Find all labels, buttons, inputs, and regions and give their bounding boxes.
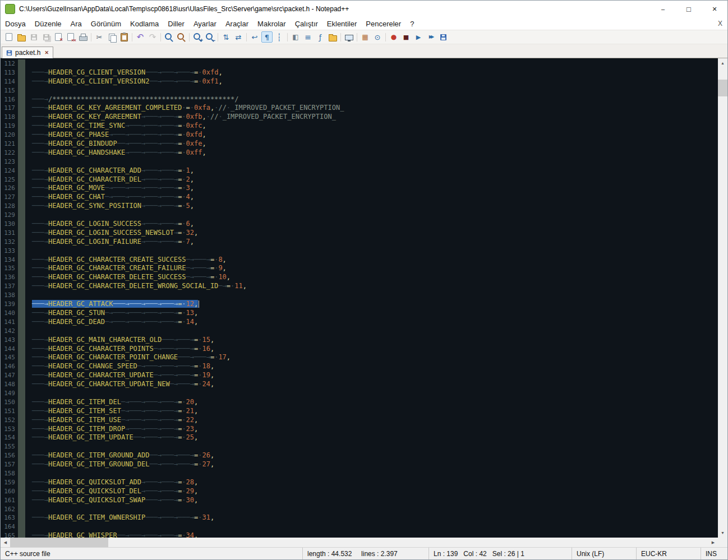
code-line-159[interactable]: 159───→HEADER_GC_QUICKSLOT_ADD→───→───→=… xyxy=(1,478,718,487)
line-number[interactable]: 144 xyxy=(1,345,18,354)
code-line-162[interactable]: 162 xyxy=(1,505,718,514)
fold-margin[interactable] xyxy=(18,229,25,238)
line-number[interactable]: 117 xyxy=(1,104,18,113)
code-text[interactable]: ───→HEADER_GC_LOGIN_SUCCESS_NEWSLOT→=·32… xyxy=(32,229,718,238)
fold-margin[interactable] xyxy=(18,220,25,229)
fold-margin[interactable] xyxy=(18,451,25,460)
code-text[interactable]: ───→HEADER_GC_CHAT─→───→───→───→───→=·4, xyxy=(32,193,718,202)
line-number[interactable]: 131 xyxy=(1,229,18,238)
code-text[interactable]: ───→HEADER_GC_ITEM_OWNERSHIP───→───→───→… xyxy=(32,513,718,522)
code-line-156[interactable]: 156───→HEADER_GC_ITEM_GROUND_ADD──→───→─… xyxy=(1,451,718,460)
code-text[interactable] xyxy=(32,291,718,300)
code-line-143[interactable]: 143───→HEADER_GC_MAIN_CHARACTER_OLD───→─… xyxy=(1,336,718,345)
fold-margin[interactable] xyxy=(18,202,25,211)
fold-margin[interactable] xyxy=(18,59,25,68)
close-all-button[interactable] xyxy=(65,31,76,43)
line-number[interactable]: 127 xyxy=(1,193,18,202)
fold-margin[interactable] xyxy=(18,131,25,140)
code-text[interactable] xyxy=(32,469,718,478)
line-number[interactable]: 162 xyxy=(1,505,18,514)
close-file-button[interactable] xyxy=(53,31,64,43)
tab-packet-h[interactable]: packet.h ✕ xyxy=(2,47,53,58)
line-number[interactable]: 140 xyxy=(1,309,18,318)
code-text[interactable]: ───→HEADER_CG_CLIENT_VERSION───→───→───→… xyxy=(32,68,718,77)
code-line-133[interactable]: 133 xyxy=(1,247,718,256)
code-line-135[interactable]: 135───→HEADER_GC_CHARACTER_CREATE_FAILUR… xyxy=(1,264,718,273)
undo-button[interactable]: ↶ xyxy=(135,31,146,43)
line-number[interactable]: 161 xyxy=(1,496,18,505)
fold-margin[interactable] xyxy=(18,362,25,371)
menubar-close-button[interactable]: X xyxy=(713,20,727,27)
code-text[interactable]: ───→HEADER_GC_CHARACTER_CREATE_SUCCESS─→… xyxy=(32,256,718,265)
line-number[interactable]: 139 xyxy=(1,300,18,309)
fold-margin[interactable] xyxy=(18,211,25,220)
line-number[interactable]: 142 xyxy=(1,327,18,336)
code-text[interactable] xyxy=(32,247,718,256)
code-line-140[interactable]: 140───→HEADER_GC_STUN─→───→───→───→───→=… xyxy=(1,309,718,318)
line-number[interactable]: 158 xyxy=(1,469,18,478)
code-text[interactable]: ───→HEADER_GC_ATTACK───→───→───→───→=·12… xyxy=(32,300,718,309)
fold-margin[interactable] xyxy=(18,149,25,158)
line-number[interactable]: 118 xyxy=(1,113,18,122)
code-text[interactable]: ───→/***********************************… xyxy=(32,95,718,104)
playback-macro-button[interactable]: ▶ xyxy=(413,31,424,43)
code-line-129[interactable]: 129 xyxy=(1,211,718,220)
redo-button[interactable]: ↷ xyxy=(147,31,158,43)
code-line-160[interactable]: 160───→HEADER_GC_QUICKSLOT_DEL→───→───→=… xyxy=(1,487,718,496)
line-number[interactable]: 124 xyxy=(1,166,18,175)
fold-margin[interactable] xyxy=(18,460,25,469)
code-line-161[interactable]: 161───→HEADER_GC_QUICKSLOT_SWAP───→───→=… xyxy=(1,496,718,505)
fold-margin[interactable] xyxy=(18,247,25,256)
line-number[interactable]: 113 xyxy=(1,68,18,77)
code-text[interactable]: ───→HEADER_GC_CHARACTER_DELETE_SUCCESS─→… xyxy=(32,273,718,282)
code-text[interactable]: ───→HEADER_GC_LOGIN_SUCCESS→───→───→=·6, xyxy=(32,220,718,229)
fold-margin[interactable] xyxy=(18,433,25,442)
fold-margin[interactable] xyxy=(18,442,25,451)
line-number[interactable]: 160 xyxy=(1,487,18,496)
fold-margin[interactable] xyxy=(18,407,25,416)
code-line-149[interactable]: 149 xyxy=(1,389,718,398)
code-line-163[interactable]: 163───→HEADER_GC_ITEM_OWNERSHIP───→───→─… xyxy=(1,513,718,522)
print-button[interactable] xyxy=(77,31,89,43)
code-line-153[interactable]: 153───→HEADER_GC_ITEM_DROP→───→───→───→=… xyxy=(1,425,718,434)
scroll-up-arrow[interactable]: ▲ xyxy=(718,58,727,68)
line-number[interactable]: 165 xyxy=(1,531,18,538)
fold-margin[interactable] xyxy=(18,68,25,77)
line-number[interactable]: 122 xyxy=(1,149,18,158)
fold-margin[interactable] xyxy=(18,425,25,434)
scroll-down-arrow[interactable]: ▼ xyxy=(718,528,727,538)
function-list-button[interactable]: ƒ xyxy=(315,31,326,43)
line-number[interactable]: 164 xyxy=(1,522,18,531)
sync-vertical-scrolling-button[interactable]: ⇅ xyxy=(220,31,232,43)
code-text[interactable]: ───→HEADER_GC_CHARACTER_DELETE_WRONG_SOC… xyxy=(32,282,718,291)
line-number[interactable]: 154 xyxy=(1,433,18,442)
line-number[interactable]: 150 xyxy=(1,398,18,407)
fold-margin[interactable] xyxy=(18,469,25,478)
fold-margin[interactable] xyxy=(18,291,25,300)
line-number[interactable]: 125 xyxy=(1,175,18,184)
code-line-127[interactable]: 127───→HEADER_GC_CHAT─→───→───→───→───→=… xyxy=(1,193,718,202)
menu-help[interactable]: ? xyxy=(406,18,418,29)
stop-recording-button[interactable]: ■ xyxy=(400,31,412,43)
line-number[interactable]: 147 xyxy=(1,371,18,380)
menu-pencereler[interactable]: Pencereler xyxy=(361,18,406,29)
vertical-scroll-thumb[interactable] xyxy=(718,80,727,96)
code-line-115[interactable]: 115 xyxy=(1,86,718,95)
code-text[interactable]: ───→HEADER_GC_HANDSHAKE→───→───→───→=·0x… xyxy=(32,149,718,158)
record-macro-button[interactable]: ● xyxy=(388,31,399,43)
code-line-122[interactable]: 122───→HEADER_GC_HANDSHAKE→───→───→───→=… xyxy=(1,149,718,158)
code-line-113[interactable]: 113───→HEADER_CG_CLIENT_VERSION───→───→─… xyxy=(1,68,718,77)
fold-margin[interactable] xyxy=(18,336,25,345)
document-list-button[interactable]: ≡ xyxy=(302,31,314,43)
line-number[interactable]: 152 xyxy=(1,416,18,425)
code-line-157[interactable]: 157───→HEADER_GC_ITEM_GROUND_DEL──→───→─… xyxy=(1,460,718,469)
code-line-137[interactable]: 137───→HEADER_GC_CHARACTER_DELETE_WRONG_… xyxy=(1,282,718,291)
code-text[interactable]: ───→HEADER_GC_KEY_AGREEMENT_COMPLETED·=·… xyxy=(32,104,718,113)
code-text[interactable]: ───→HEADER_GC_CHARACTER_ADD→───→───→=·1, xyxy=(32,166,718,175)
menu-eklentiler[interactable]: Eklentiler xyxy=(322,18,361,29)
line-number[interactable]: 143 xyxy=(1,336,18,345)
line-number[interactable]: 155 xyxy=(1,442,18,451)
save-file-button[interactable] xyxy=(28,31,39,43)
code-line-141[interactable]: 141───→HEADER_GC_DEAD─→───→───→───→───→=… xyxy=(1,318,718,327)
line-number[interactable]: 134 xyxy=(1,256,18,265)
